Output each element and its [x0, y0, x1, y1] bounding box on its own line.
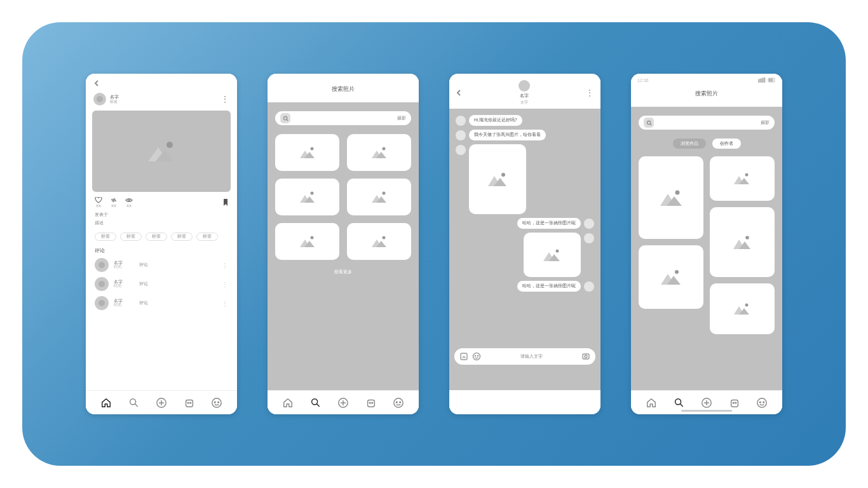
- inbox-icon[interactable]: [184, 397, 195, 409]
- profile-icon[interactable]: [393, 397, 404, 409]
- search-input[interactable]: 摄影: [639, 116, 775, 130]
- repost-button[interactable]: XX: [110, 197, 118, 208]
- views-button[interactable]: XX: [125, 197, 133, 208]
- svg-point-7: [212, 398, 221, 407]
- result-card[interactable]: [275, 134, 339, 171]
- chat-input-bar[interactable]: 请输入文字: [454, 348, 595, 365]
- svg-point-16: [382, 236, 385, 240]
- message-bubble[interactable]: 我今天做了张高兴图片，给你看看: [469, 130, 546, 140]
- avatar[interactable]: [519, 80, 530, 92]
- result-card[interactable]: [347, 179, 411, 215]
- svg-point-30: [477, 355, 478, 356]
- result-card[interactable]: [347, 134, 411, 171]
- post-image[interactable]: [92, 111, 231, 192]
- comment-row[interactable]: 名字时间评论⋮: [86, 255, 237, 274]
- bookmark-button[interactable]: [223, 197, 228, 208]
- load-more[interactable]: 想看更多: [275, 269, 411, 275]
- back-icon[interactable]: [93, 80, 100, 86]
- avatar: [456, 145, 466, 155]
- tag-chip[interactable]: 标签: [95, 233, 116, 241]
- profile-icon[interactable]: [756, 397, 768, 409]
- svg-rect-4: [186, 400, 193, 407]
- message-incoming: [456, 144, 594, 214]
- svg-point-26: [556, 250, 559, 253]
- message-image[interactable]: [524, 233, 581, 277]
- chat-body[interactable]: Hi,瑞克你最近还好吗? 我今天做了张高兴图片，给你看看 哈哈，这是一张搞怪图片…: [449, 109, 600, 390]
- tab-creator[interactable]: 创作者: [712, 139, 741, 149]
- result-card[interactable]: [710, 283, 775, 334]
- result-card[interactable]: [710, 207, 775, 277]
- profile-icon[interactable]: [211, 397, 222, 409]
- result-card[interactable]: [639, 245, 703, 309]
- svg-point-51: [760, 402, 761, 403]
- svg-point-52: [763, 402, 764, 403]
- comment-menu-icon[interactable]: ⋮: [222, 281, 228, 288]
- svg-point-28: [473, 353, 480, 360]
- svg-point-29: [475, 355, 475, 356]
- search-body: 摄影 浏览作品 创作者: [631, 107, 782, 390]
- search-input[interactable]: 摄影: [275, 111, 411, 125]
- more-icon[interactable]: ⋮: [586, 88, 594, 97]
- attach-icon[interactable]: [459, 352, 468, 361]
- author-name: 名字: [110, 95, 119, 100]
- result-card[interactable]: [275, 179, 339, 215]
- comment-row[interactable]: 名字时间评论⋮: [86, 294, 237, 313]
- svg-rect-35: [762, 78, 763, 83]
- tag-chip[interactable]: 标签: [146, 233, 167, 241]
- svg-point-42: [745, 173, 749, 177]
- tab-browse[interactable]: 浏览作品: [673, 139, 706, 149]
- add-icon[interactable]: [701, 397, 712, 409]
- svg-point-8: [215, 402, 216, 403]
- search-icon[interactable]: [673, 397, 684, 409]
- header: 搜索照片: [268, 74, 419, 102]
- svg-point-23: [397, 402, 398, 403]
- svg-point-43: [745, 236, 749, 240]
- inbox-icon[interactable]: [729, 397, 740, 409]
- result-card[interactable]: [275, 223, 339, 260]
- svg-rect-33: [758, 79, 759, 83]
- message-image[interactable]: [469, 144, 526, 214]
- svg-rect-34: [760, 79, 761, 83]
- home-icon[interactable]: [100, 397, 112, 409]
- chat-input-placeholder: 请输入文字: [485, 353, 578, 360]
- search-icon[interactable]: [128, 397, 139, 409]
- add-icon[interactable]: [337, 397, 349, 409]
- more-icon[interactable]: ⋮: [221, 95, 229, 104]
- home-icon[interactable]: [282, 397, 294, 409]
- published-label: 发表于: [86, 211, 237, 219]
- back-icon[interactable]: [456, 90, 462, 96]
- svg-rect-47: [731, 400, 738, 407]
- phone-search-creators: 12:30 搜索照片 摄影 浏览作品 创作者: [631, 74, 782, 414]
- message-outgoing: [456, 233, 594, 277]
- tag-chip[interactable]: 标签: [171, 233, 193, 241]
- emoji-icon[interactable]: [472, 352, 481, 361]
- send-icon[interactable]: [581, 352, 590, 361]
- comment-menu-icon[interactable]: ⋮: [222, 300, 228, 307]
- comment-menu-icon[interactable]: ⋮: [222, 262, 228, 269]
- search-category[interactable]: 摄影: [397, 115, 406, 121]
- tag-chip[interactable]: 标签: [196, 233, 218, 241]
- avatar: [95, 296, 109, 310]
- result-card[interactable]: [710, 156, 775, 201]
- home-icon[interactable]: [646, 397, 657, 409]
- search-category[interactable]: 摄影: [761, 119, 770, 126]
- svg-point-12: [382, 147, 385, 151]
- result-card[interactable]: [639, 156, 703, 239]
- inbox-icon[interactable]: [365, 397, 377, 409]
- tag-chip[interactable]: 标签: [120, 233, 142, 241]
- add-icon[interactable]: [156, 397, 167, 409]
- message-bubble[interactable]: 哈哈，这是一张搞怪图片呢: [517, 281, 581, 292]
- like-button[interactable]: XX: [95, 197, 102, 208]
- status-icons: [758, 78, 776, 83]
- message-incoming: Hi,瑞克你最近还好吗?: [456, 115, 594, 126]
- author-row[interactable]: 名字 标签 ⋮: [86, 89, 237, 111]
- search-body: 摄影 想看更多: [268, 102, 419, 390]
- svg-point-32: [585, 355, 587, 358]
- result-card[interactable]: [347, 223, 411, 260]
- comments-heading: 评论: [86, 243, 237, 255]
- search-icon[interactable]: [309, 397, 321, 409]
- message-bubble[interactable]: 哈哈，这是一张搞怪图片呢: [517, 218, 581, 229]
- comment-row[interactable]: 名字时间评论⋮: [86, 274, 237, 294]
- header: 名字 标签 ⋮: [86, 74, 237, 111]
- message-bubble[interactable]: Hi,瑞克你最近还好吗?: [469, 115, 522, 126]
